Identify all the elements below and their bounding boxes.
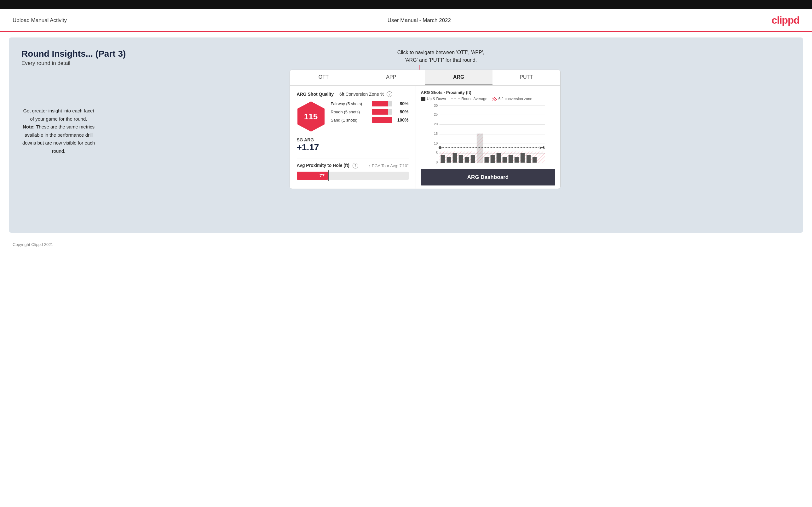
bar-fill-sand [372,117,392,123]
sg-value: +1.17 [297,142,409,153]
chart-svg: 0 5 10 15 20 25 30 [421,104,555,167]
bar-pct-sand: 100% [396,117,409,122]
tab-putt[interactable]: PUTT [493,70,560,86]
svg-rect-33 [532,157,536,163]
legend-conversion-zone: 6 ft conversion zone [493,97,532,101]
hex-score-value: 115 [304,112,318,122]
bar-pct-rough: 80% [396,109,409,114]
legend-label-round-avg: Round Average [461,97,488,101]
shot-quality-header: ARG Shot Quality 6ft Conversion Zone % ? [297,91,409,97]
svg-rect-30 [514,157,518,163]
proximity-bar-fill: 77' [297,172,328,180]
proximity-label: Avg Proximity to Hole (ft) ? [297,163,358,168]
proximity-help-icon[interactable]: ? [353,163,358,168]
dashboard-card: OTT APP ARG PUTT ARG Shot Quality 6ft Co… [290,70,561,189]
bar-label-sand: Sand (1 shots) [331,118,372,122]
svg-text:30: 30 [434,104,438,107]
help-icon[interactable]: ? [387,91,392,97]
chart-area: 0 5 10 15 20 25 30 [421,104,555,167]
pga-label: ↑ PGA Tour Avg: 7'10" [369,163,409,168]
hexagon-score: 115 [297,101,325,132]
bar-track-rough [372,109,392,115]
legend-up-down: Up & Down [421,97,446,101]
shot-quality-label: ARG Shot Quality [297,92,334,97]
left-description: Get greater insight into each facet of y… [21,107,96,155]
header-center-label: User Manual - March 2022 [388,17,451,23]
proximity-bar-track: 77' [297,172,409,180]
svg-text:0: 0 [436,161,438,164]
bar-fill-fairway [372,101,388,106]
svg-text:10: 10 [434,142,438,145]
bar-row-sand: Sand (1 shots) 100% [331,117,409,123]
svg-rect-29 [508,155,512,163]
svg-rect-18 [447,157,451,163]
legend-box-up-down [421,97,425,101]
bar-row-fairway: Fairway (5 shots) 80% [331,101,409,106]
svg-rect-28 [502,157,506,163]
svg-rect-21 [464,157,468,163]
proximity-value: 77' [319,173,328,178]
bar-track-sand [372,117,392,123]
proximity-section: Avg Proximity to Hole (ft) ? ↑ PGA Tour … [297,158,409,180]
svg-rect-17 [441,155,445,163]
header: Upload Manual Activity User Manual - Mar… [0,9,812,32]
legend-label-up-down: Up & Down [427,97,446,101]
left-panel: ARG Shot Quality 6ft Conversion Zone % ?… [290,86,416,189]
legend-row: Up & Down Round Average 6 ft conversion … [421,97,555,101]
tabs-row: OTT APP ARG PUTT [290,70,560,86]
legend-hatch-box [493,97,497,101]
bar-label-rough: Rough (5 shots) [331,110,372,114]
tab-arg[interactable]: ARG [425,70,493,86]
bar-pct-fairway: 80% [396,101,409,106]
tab-ott[interactable]: OTT [290,70,358,86]
svg-text:8: 8 [543,146,545,150]
right-panel: ARG Shots - Proximity (ft) Up & Down Rou… [416,86,560,189]
sg-section: SG ARG +1.17 [297,137,409,153]
main-row: 115 Fairway (5 shots) 80% Rough (5 sho [297,101,409,132]
svg-text:15: 15 [434,132,438,135]
svg-rect-27 [496,153,500,163]
svg-point-35 [438,146,442,149]
proximity-header: Avg Proximity to Hole (ft) ? ↑ PGA Tour … [297,163,409,168]
svg-rect-22 [470,155,474,163]
svg-text:25: 25 [434,113,438,116]
footer: Copyright Clippd 2021 [0,238,812,251]
sg-label: SG ARG [297,137,409,142]
bar-row-rough: Rough (5 shots) 80% [331,109,409,115]
legend-dashed-line [451,99,460,99]
copyright: Copyright Clippd 2021 [13,242,53,247]
svg-rect-24 [476,133,483,163]
main-content: Round Insights... (Part 3) Every round i… [9,38,803,233]
chart-header: ARG Shots - Proximity (ft) [421,90,555,95]
tab-app[interactable]: APP [357,70,425,86]
bar-label-fairway: Fairway (5 shots) [331,101,372,106]
arg-dashboard-button[interactable]: ARG Dashboard [421,169,555,185]
svg-text:20: 20 [434,122,438,126]
bar-track-fairway [372,101,392,106]
svg-text:5: 5 [436,151,438,155]
svg-rect-26 [490,155,494,163]
top-bar [0,0,812,9]
logo: clippd [772,14,799,26]
bars-section: Fairway (5 shots) 80% Rough (5 shots) [331,101,409,125]
bar-fill-rough [372,109,388,115]
annotation-text: Click to navigate between 'OTT', 'APP','… [397,49,484,64]
svg-rect-32 [526,155,530,163]
svg-rect-19 [453,153,457,163]
upload-label[interactable]: Upload Manual Activity [13,17,67,23]
legend-round-avg: Round Average [451,97,488,101]
legend-label-conversion: 6 ft conversion zone [499,97,532,101]
svg-rect-25 [484,157,489,163]
proximity-cursor [328,170,328,181]
conversion-label: 6ft Conversion Zone % [339,92,384,97]
svg-rect-20 [458,155,463,163]
svg-rect-31 [520,153,524,163]
card-body: ARG Shot Quality 6ft Conversion Zone % ?… [290,86,560,189]
note-label: Note: [23,124,35,129]
